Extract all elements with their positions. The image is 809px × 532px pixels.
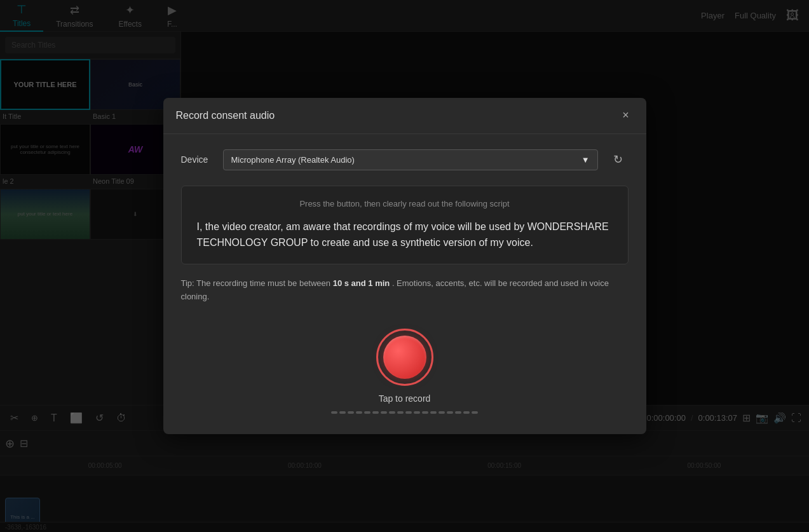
script-box: Press the button, then clearly read out … xyxy=(181,186,629,264)
script-hint: Press the button, then clearly read out … xyxy=(197,199,613,208)
record-progress xyxy=(331,411,478,414)
progress-segment xyxy=(339,411,346,414)
device-label: Device xyxy=(181,154,213,165)
tip-bold: 10 s and 1 min xyxy=(333,278,390,288)
device-select-dropdown[interactable]: Microphone Array (Realtek Audio) ▼ xyxy=(223,149,598,170)
modal-close-button[interactable]: × xyxy=(618,108,634,123)
tip-prefix: Tip: The recording time must be between xyxy=(181,278,333,288)
record-button-inner xyxy=(383,336,426,379)
progress-segment xyxy=(372,411,379,414)
progress-segment xyxy=(348,411,354,414)
progress-segment xyxy=(463,411,470,414)
device-row: Device Microphone Array (Realtek Audio) … xyxy=(181,149,629,170)
device-refresh-button[interactable]: ↻ xyxy=(608,149,629,170)
modal-header: Record consent audio × xyxy=(163,98,646,134)
record-label: Tap to record xyxy=(379,393,431,404)
script-text: I, the video creator, am aware that reco… xyxy=(197,219,613,251)
progress-segment xyxy=(389,411,395,414)
record-area: Tap to record xyxy=(181,329,629,419)
progress-segment xyxy=(397,411,404,414)
progress-segment xyxy=(472,411,478,414)
progress-segment xyxy=(405,411,412,414)
chevron-down-icon: ▼ xyxy=(581,155,590,165)
modal-title: Record consent audio xyxy=(176,110,275,121)
progress-segment xyxy=(414,411,420,414)
progress-segment xyxy=(364,411,371,414)
modal-body: Device Microphone Array (Realtek Audio) … xyxy=(163,134,646,435)
progress-segment xyxy=(438,411,445,414)
progress-segment xyxy=(447,411,453,414)
device-value: Microphone Array (Realtek Audio) xyxy=(231,155,355,165)
refresh-icon: ↻ xyxy=(613,153,623,167)
record-consent-modal: Record consent audio × Device Microphone… xyxy=(163,98,646,435)
progress-segment xyxy=(422,411,428,414)
progress-segment xyxy=(356,411,362,414)
modal-overlay: Record consent audio × Device Microphone… xyxy=(0,0,809,532)
tip-text: Tip: The recording time must be between … xyxy=(181,277,629,304)
progress-segment xyxy=(455,411,461,414)
record-button[interactable] xyxy=(376,329,433,386)
progress-segment xyxy=(430,411,437,414)
progress-segment xyxy=(381,411,387,414)
progress-segment xyxy=(331,411,337,414)
